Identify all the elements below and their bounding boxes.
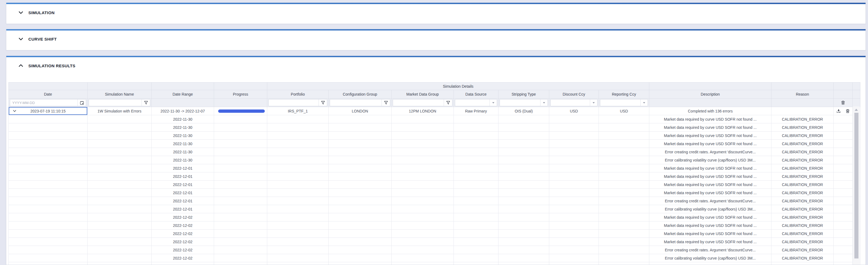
cell-data-source[interactable] xyxy=(454,156,498,164)
cell-reason[interactable]: CALIBRATION_ERROR xyxy=(772,205,834,213)
cell-date[interactable] xyxy=(9,254,88,262)
cell-configuration-group[interactable] xyxy=(329,238,392,246)
cell-data-source[interactable] xyxy=(454,140,498,148)
cell-reporting-ccy[interactable] xyxy=(599,238,649,246)
cell-reporting-ccy[interactable] xyxy=(599,230,649,238)
data-source-filter-dropdown[interactable] xyxy=(490,99,497,106)
cell-simulation-name[interactable] xyxy=(88,115,152,123)
cell-description[interactable]: Market data required by curve USD SOFR n… xyxy=(649,213,772,222)
column-header-reason[interactable]: Reason xyxy=(772,90,834,99)
cell-reason[interactable]: CALCULATION_ERROR xyxy=(772,262,834,265)
cell-progress[interactable] xyxy=(214,107,267,115)
cell-simulation-name[interactable] xyxy=(88,172,152,180)
cell-description[interactable]: Market data required by curve USD SOFR n… xyxy=(649,132,772,140)
cell-description[interactable]: Market data required by curve USD SOFR n… xyxy=(649,230,772,238)
cell-data-source[interactable] xyxy=(454,172,498,180)
cell-description[interactable]: Completed with 136 errors xyxy=(649,107,772,115)
column-header-portfolio[interactable]: Portfolio xyxy=(267,90,329,99)
cell-configuration-group[interactable]: LONDON xyxy=(329,107,392,115)
cell-date[interactable] xyxy=(9,262,88,265)
cell-configuration-group[interactable] xyxy=(329,230,392,238)
cell-reason[interactable]: CALIBRATION_ERROR xyxy=(772,156,834,164)
cell-reporting-ccy[interactable] xyxy=(599,172,649,180)
cell-configuration-group[interactable] xyxy=(329,164,392,172)
cell-portfolio[interactable] xyxy=(267,148,329,156)
cell-discount-ccy[interactable]: USD xyxy=(549,107,599,115)
cell-progress[interactable] xyxy=(214,115,267,123)
cell-data-source[interactable] xyxy=(454,222,498,230)
cell-simulation-name[interactable] xyxy=(88,246,152,254)
cell-data-source[interactable] xyxy=(454,132,498,140)
cell-reason[interactable]: CALIBRATION_ERROR xyxy=(772,123,834,132)
cell-date-range[interactable]: 2022-11-30 xyxy=(152,123,214,132)
cell-market-data-group[interactable] xyxy=(392,180,454,189)
cell-date[interactable] xyxy=(9,140,88,148)
cell-reason[interactable]: CALIBRATION_ERROR xyxy=(772,246,834,254)
cell-portfolio[interactable] xyxy=(267,180,329,189)
cell-date-range[interactable]: 2022-11-30 xyxy=(152,140,214,148)
cell-portfolio[interactable] xyxy=(267,254,329,262)
cell-progress[interactable] xyxy=(214,205,267,213)
cell-reporting-ccy[interactable] xyxy=(599,197,649,205)
date-picker-button[interactable] xyxy=(78,99,86,106)
cell-portfolio[interactable] xyxy=(267,115,329,123)
discount-ccy-filter-dropdown[interactable] xyxy=(590,99,597,106)
cell-simulation-name[interactable] xyxy=(88,164,152,172)
cell-progress[interactable] xyxy=(214,189,267,197)
cell-configuration-group[interactable] xyxy=(329,213,392,222)
cell-description[interactable]: Error calibrating volatility curve (cap/… xyxy=(649,156,772,164)
cell-stripping-type[interactable] xyxy=(498,262,549,265)
cell-market-data-group[interactable] xyxy=(392,230,454,238)
cell-reporting-ccy[interactable] xyxy=(599,254,649,262)
cell-description[interactable]: Market data required by curve USD SOFR n… xyxy=(649,238,772,246)
cell-market-data-group[interactable] xyxy=(392,213,454,222)
cell-reporting-ccy[interactable] xyxy=(599,262,649,265)
cell-market-data-group[interactable] xyxy=(392,140,454,148)
cell-stripping-type[interactable] xyxy=(498,156,549,164)
cell-configuration-group[interactable] xyxy=(329,254,392,262)
cell-date[interactable] xyxy=(9,148,88,156)
column-header-date[interactable]: Date xyxy=(9,90,88,99)
cell-progress[interactable] xyxy=(214,230,267,238)
cell-portfolio[interactable] xyxy=(267,132,329,140)
cell-configuration-group[interactable] xyxy=(329,132,392,140)
cell-simulation-name[interactable] xyxy=(88,262,152,265)
date-filter-input[interactable] xyxy=(10,99,78,106)
cell-portfolio[interactable] xyxy=(267,189,329,197)
cell-progress[interactable] xyxy=(214,254,267,262)
cell-configuration-group[interactable] xyxy=(329,172,392,180)
simulation-name-filter-input[interactable] xyxy=(89,99,142,106)
cell-discount-ccy[interactable] xyxy=(549,213,599,222)
cell-portfolio[interactable] xyxy=(267,197,329,205)
cell-date-range[interactable]: 2022-12-02 xyxy=(152,238,214,246)
cell-reason[interactable]: CALIBRATION_ERROR xyxy=(772,222,834,230)
cell-date-range[interactable]: 2022-12-01 xyxy=(152,164,214,172)
cell-reason[interactable]: CALIBRATION_ERROR xyxy=(772,254,834,262)
column-header-reporting-ccy[interactable]: Reporting Ccy xyxy=(599,90,649,99)
cell-progress[interactable] xyxy=(214,140,267,148)
cell-discount-ccy[interactable] xyxy=(549,132,599,140)
cell-date-range[interactable]: 2022-12-02 xyxy=(152,222,214,230)
cell-description[interactable]: Error calibrating volatility curve (cap/… xyxy=(649,205,772,213)
vertical-scrollbar[interactable] xyxy=(852,106,860,265)
cell-stripping-type[interactable] xyxy=(498,254,549,262)
cell-discount-ccy[interactable] xyxy=(549,197,599,205)
cell-date-range[interactable]: 2022-11-30 xyxy=(152,148,214,156)
cell-portfolio[interactable]: IRS_PTF_1 xyxy=(267,107,329,115)
simulation-name-filter-button[interactable] xyxy=(142,99,150,106)
cell-reporting-ccy[interactable] xyxy=(599,156,649,164)
cell-portfolio[interactable] xyxy=(267,172,329,180)
cell-portfolio[interactable] xyxy=(267,262,329,265)
cell-market-data-group[interactable] xyxy=(392,148,454,156)
column-header-simulation-name[interactable]: Simulation Name xyxy=(88,90,152,99)
configuration-group-filter-input[interactable] xyxy=(330,99,381,106)
cell-portfolio[interactable] xyxy=(267,140,329,148)
cell-stripping-type[interactable]: OIS (Dual) xyxy=(498,107,549,115)
market-data-group-filter-button[interactable] xyxy=(444,99,452,106)
cell-data-source[interactable] xyxy=(454,180,498,189)
cell-date-range[interactable]: 2022-12-02 xyxy=(152,254,214,262)
cell-reporting-ccy[interactable] xyxy=(599,132,649,140)
cell-stripping-type[interactable] xyxy=(498,148,549,156)
cell-market-data-group[interactable] xyxy=(392,222,454,230)
cell-market-data-group[interactable] xyxy=(392,189,454,197)
